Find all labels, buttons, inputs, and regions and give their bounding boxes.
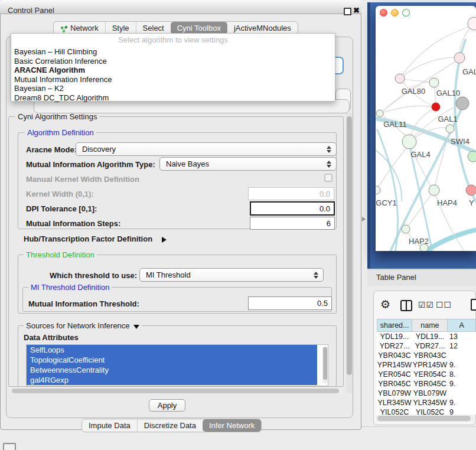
network-node[interactable] [402, 225, 410, 233]
screen: Control Panel ✖ Network Style Select Cyn… [0, 0, 476, 450]
sources-collapse-icon[interactable] [133, 325, 139, 329]
table-row[interactable]: YDL19...YDL19...13 [377, 332, 476, 341]
file-icon[interactable] [471, 299, 476, 311]
data-attributes-label: Data Attributes [24, 333, 79, 342]
right-divider [361, 426, 476, 427]
sources-group-header[interactable]: Sources for Network Inference [24, 321, 142, 330]
table-hscroll-thumb[interactable] [377, 416, 471, 421]
columns-icon[interactable] [400, 300, 412, 311]
table-cell: 9. [448, 379, 476, 389]
network-edge[interactable] [400, 57, 459, 79]
network-node[interactable] [420, 244, 428, 251]
network-edge[interactable] [376, 146, 407, 190]
mi-threshold-field[interactable]: 0.5 [248, 296, 332, 310]
network-node-label: GCY1 [376, 198, 396, 207]
tab-network[interactable]: Network [54, 22, 105, 34]
network-node[interactable] [446, 125, 454, 133]
tab-infer-network[interactable]: Infer Network [203, 419, 261, 432]
sources-group-title: Sources for Network Inference [26, 321, 130, 330]
data-attributes-list[interactable]: SelfLoopsTopologicalCoefficientBetweenne… [26, 344, 328, 386]
network-canvas[interactable]: GALGAL80GAL10GAL11GAL1SWI4GAL4GCY1HAP4YH… [376, 6, 476, 251]
mi-steps-field[interactable]: 6 [250, 217, 335, 230]
kernel-width-field: 0.0 [248, 187, 334, 200]
attributes-scrollbar[interactable] [322, 346, 328, 383]
table-cell: 9 [448, 407, 476, 415]
settings-hscroll-thumb[interactable] [12, 389, 339, 393]
tab-jactivemnodules[interactable]: jActiveMNodules [227, 22, 298, 34]
network-node[interactable] [468, 17, 476, 30]
network-node-label: Y [469, 198, 474, 207]
gear-icon[interactable]: ⚙ [380, 298, 390, 311]
apply-button[interactable]: Apply [149, 399, 185, 412]
attribute-item[interactable]: SelfLoops [27, 345, 317, 355]
table-panel-title: Table Panel [376, 273, 416, 282]
mi-type-combobox[interactable]: Naive Bayes [159, 157, 337, 171]
algorithm-option[interactable]: Bayesian – Hill Climbing [11, 47, 335, 57]
network-node[interactable] [432, 103, 440, 111]
network-node[interactable] [468, 151, 476, 162]
settings-vscroll-thumb[interactable] [347, 116, 352, 375]
mi-steps-label: Mutual Information Steps: [26, 219, 120, 228]
network-node[interactable] [395, 74, 405, 83]
which-threshold-combobox[interactable]: MI Threshold [139, 268, 324, 282]
network-node[interactable] [376, 110, 383, 117]
table-row[interactable]: YIL052CYIL052C9 [377, 407, 476, 415]
algorithm-option[interactable]: Bayesian – K2 [11, 84, 335, 93]
attribute-item[interactable]: BetweennessCentrality [27, 365, 317, 375]
network-edge[interactable] [455, 40, 476, 202]
table-row[interactable]: YBR045CYBR045C9. [377, 379, 476, 389]
table-cell: YBL079W [377, 389, 412, 398]
column-header-clipped[interactable]: A [448, 319, 476, 332]
floating-panel-icon[interactable] [3, 443, 16, 450]
column-header-shared-name[interactable]: shared... [377, 319, 412, 332]
table-horizontal-scrollbar[interactable] [376, 415, 475, 422]
algorithm-option[interactable]: Dream8 DC_TDC Algorithm [11, 93, 335, 103]
attributes-scrollbar-thumb[interactable] [323, 347, 327, 380]
unselect-all-icon[interactable]: ☐☐ [436, 300, 452, 309]
network-node[interactable] [402, 135, 416, 149]
tab-cyni-toolbox[interactable]: Cyni Toolbox [171, 22, 227, 34]
network-node[interactable] [429, 78, 439, 87]
network-view-window[interactable]: GALGAL80GAL10GAL11GAL1SWI4GAL4GCY1HAP4YH… [376, 6, 476, 251]
tab-select[interactable]: Select [136, 22, 171, 34]
network-node[interactable] [466, 185, 476, 195]
table-body[interactable]: YDL19...YDL19...13YDR27...YDR27...12YBR0… [377, 332, 476, 415]
aracne-mode-combobox[interactable]: Discovery [76, 142, 337, 156]
network-node[interactable] [429, 185, 439, 195]
tab-impute-data[interactable]: Impute Data [82, 419, 137, 432]
table-cell: YER054C [377, 370, 412, 379]
splitter-collapse-icon[interactable] [362, 217, 366, 221]
tab-discretize-data[interactable]: Discretize Data [137, 419, 203, 432]
table-row[interactable]: YPR145WYPR145W9. [377, 360, 476, 370]
mi-type-label: Mutual Information Algorithm Type: [26, 160, 155, 169]
tab-style[interactable]: Style [105, 22, 136, 34]
table-row[interactable]: YER054CYER054C8. [377, 370, 476, 379]
column-header-name[interactable]: name [412, 319, 448, 332]
table-cell: YPR145W [377, 360, 412, 370]
float-window-icon[interactable] [344, 8, 351, 15]
settings-vertical-scrollbar[interactable] [346, 113, 353, 393]
aracne-mode-label: Aracne Mode: [26, 145, 77, 154]
which-threshold-label: Which threshold to use: [50, 271, 137, 280]
network-node[interactable] [454, 53, 465, 63]
algorithm-option[interactable]: Mutual Information Inference [11, 75, 335, 84]
table-row[interactable]: YBR043CYBR043C [377, 351, 476, 360]
attribute-item[interactable]: gal4RGexp [27, 375, 317, 385]
attribute-item[interactable]: TopologicalCoefficient [27, 355, 317, 365]
network-node-label: GAL80 [402, 87, 425, 96]
dpi-tolerance-field[interactable]: 0.0 [250, 201, 335, 216]
algorithm-options: Bayesian – Hill ClimbingBasic Correlatio… [11, 47, 335, 102]
network-node[interactable] [456, 97, 469, 110]
network-node[interactable] [376, 186, 380, 194]
table-row[interactable]: YBL079WYBL079W [377, 389, 476, 398]
network-edge[interactable] [380, 59, 459, 113]
settings-horizontal-scrollbar[interactable] [11, 388, 344, 394]
hub-expand-icon[interactable] [162, 234, 167, 245]
network-node-label: GAL11 [383, 120, 407, 129]
table-row[interactable]: YLR345WYLR345W9. [377, 398, 476, 407]
table-row[interactable]: YDR27...YDR27...12 [377, 341, 476, 351]
algorithm-option[interactable]: Basic Correlation Inference [11, 57, 335, 66]
select-all-icon[interactable]: ☑☑ [418, 300, 434, 309]
algorithm-option[interactable]: ARACNE Algorithm [11, 66, 335, 75]
close-panel-icon[interactable]: ✖ [353, 6, 360, 15]
